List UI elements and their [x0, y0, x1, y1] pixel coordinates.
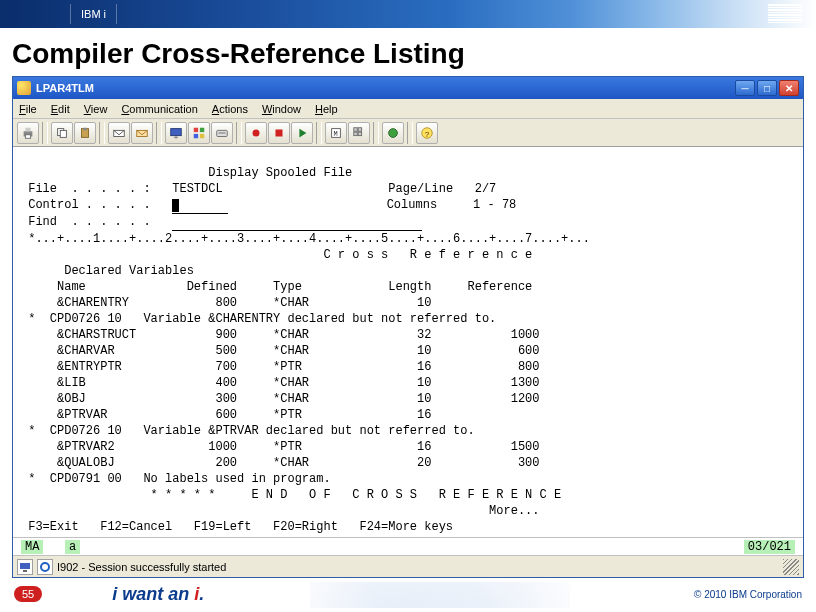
data-row: * * * * * E N D O F C R O S S R E F E R …: [21, 488, 561, 502]
slide-title: Compiler Cross-Reference Listing: [0, 28, 816, 76]
banner: IBM i: [0, 0, 816, 28]
menubar: File Edit View Communication Actions Win…: [13, 99, 803, 119]
data-row: &OBJ 300 *CHAR 10 1200: [21, 392, 539, 406]
data-row: * CPD0791 00 No labels used in program.: [21, 472, 331, 486]
copyright: © 2010 IBM Corporation: [694, 589, 802, 600]
minimize-button[interactable]: ─: [735, 80, 755, 96]
svg-rect-6: [83, 127, 87, 130]
remap-icon[interactable]: [211, 122, 233, 144]
display-icon[interactable]: [165, 122, 187, 144]
data-row: &PTRVAR 600 *PTR 16: [21, 408, 431, 422]
print-icon[interactable]: [17, 122, 39, 144]
svg-rect-13: [194, 133, 198, 137]
svg-rect-18: [276, 129, 283, 136]
data-row: &PTRVAR2 1000 *PTR 16 1500: [21, 440, 539, 454]
status-message: I902 - Session successfully started: [57, 561, 226, 573]
control-label: Control . . . . .: [21, 198, 172, 212]
data-row: &ENTRYPTR 700 *PTR 16 800: [21, 360, 539, 374]
support-icon[interactable]: [382, 122, 404, 144]
ruler: *...+....1....+....2....+....3....+....4…: [21, 232, 590, 246]
find-input[interactable]: [172, 214, 422, 231]
svg-rect-23: [354, 132, 358, 136]
send-icon[interactable]: [108, 122, 130, 144]
svg-rect-12: [200, 127, 204, 131]
file-label: File . . . . . :: [21, 182, 172, 196]
maximize-button[interactable]: □: [757, 80, 777, 96]
screen-header: Display Spooled File: [21, 166, 352, 180]
oia-status: MA: [21, 540, 43, 554]
svg-rect-2: [25, 134, 30, 138]
terminal-screen[interactable]: Display Spooled File File . . . . . : TE…: [13, 147, 803, 537]
color-icon[interactable]: [188, 122, 210, 144]
svg-rect-14: [200, 133, 204, 137]
data-row: &QUALOBJ 200 *CHAR 20 300: [21, 456, 539, 470]
menu-edit[interactable]: Edit: [51, 103, 70, 115]
receive-icon[interactable]: [131, 122, 153, 144]
columns-label: Columns: [387, 198, 437, 212]
function-keys: F3=Exit F12=Cancel F19=Left F20=Right F2…: [21, 520, 453, 534]
oia-line: MA a 03/021: [13, 537, 803, 555]
paste-icon[interactable]: [74, 122, 96, 144]
menu-file[interactable]: File: [19, 103, 37, 115]
stop-icon[interactable]: [268, 122, 290, 144]
svg-point-30: [41, 563, 49, 571]
oia-indicator: a: [65, 540, 80, 554]
session-icon[interactable]: [37, 559, 53, 575]
svg-point-17: [253, 129, 260, 136]
data-row: * CPD0726 10 Variable &CHARENTRY declare…: [21, 312, 496, 326]
data-row: * CPD0726 10 Variable &PTRVAR declared b…: [21, 424, 475, 438]
slogan: i want an i.: [112, 584, 204, 605]
help-icon[interactable]: ?: [416, 122, 438, 144]
menu-actions[interactable]: Actions: [212, 103, 248, 115]
menu-help[interactable]: Help: [315, 103, 338, 115]
copy-icon[interactable]: [51, 122, 73, 144]
titlebar[interactable]: LPAR4TLM ─ □ ✕: [13, 77, 803, 99]
control-input[interactable]: [172, 197, 228, 214]
page-value: 2/7: [475, 182, 497, 196]
data-row: &LIB 400 *CHAR 10 1300: [21, 376, 539, 390]
svg-rect-10: [174, 136, 178, 138]
keypad-icon[interactable]: [348, 122, 370, 144]
menu-window[interactable]: Window: [262, 103, 301, 115]
emulator-window: LPAR4TLM ─ □ ✕ File Edit View Communicat…: [12, 76, 804, 578]
svg-rect-9: [171, 128, 182, 135]
declared-vars-label: Declared Variables: [21, 264, 194, 278]
app-icon: [17, 81, 31, 95]
connection-icon[interactable]: [17, 559, 33, 575]
close-button[interactable]: ✕: [779, 80, 799, 96]
svg-text:?: ?: [425, 129, 430, 138]
svg-rect-28: [20, 563, 30, 569]
svg-rect-29: [23, 570, 27, 572]
data-row: &CHARVAR 500 *CHAR 10 600: [21, 344, 539, 358]
cross-ref-title: C r o s s R e f e r e n c e: [21, 248, 532, 262]
page-number: 55: [14, 586, 42, 602]
columns-value: 1 - 78: [473, 198, 516, 212]
macro-icon[interactable]: M: [325, 122, 347, 144]
more-indicator: More...: [21, 504, 539, 518]
svg-rect-4: [60, 130, 66, 137]
svg-rect-1: [25, 127, 30, 131]
play-icon[interactable]: [291, 122, 313, 144]
svg-rect-11: [194, 127, 198, 131]
data-row: &CHARSTRUCT 900 *CHAR 32 1000: [21, 328, 539, 342]
window-title: LPAR4TLM: [36, 82, 94, 94]
file-value: TESTDCL: [172, 182, 222, 196]
svg-rect-24: [358, 132, 362, 136]
oia-cursor-position: 03/021: [744, 540, 795, 554]
svg-rect-21: [354, 127, 358, 131]
toolbar: M ?: [13, 119, 803, 147]
slide-footer: 55 i want an i. © 2010 IBM Corporation: [0, 576, 816, 612]
column-header: Name Defined Type Length Reference: [21, 280, 532, 294]
data-row: &CHARENTRY 800 *CHAR 10: [21, 296, 431, 310]
resize-grip[interactable]: [783, 559, 799, 575]
svg-point-25: [389, 128, 398, 137]
find-label: Find . . . . . .: [21, 215, 172, 229]
ibm-logo: [768, 4, 802, 23]
svg-rect-22: [358, 127, 362, 131]
menu-view[interactable]: View: [84, 103, 108, 115]
statusbar: I902 - Session successfully started: [13, 555, 803, 577]
menu-communication[interactable]: Communication: [121, 103, 197, 115]
record-icon[interactable]: [245, 122, 267, 144]
brand-label: IBM i: [70, 4, 117, 24]
svg-text:M: M: [333, 129, 337, 137]
